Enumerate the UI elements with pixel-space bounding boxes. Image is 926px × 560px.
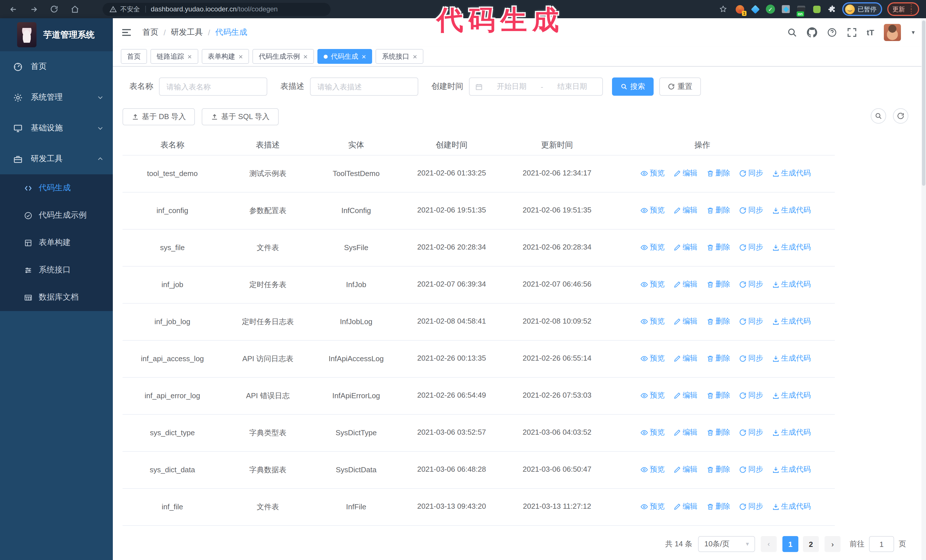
- user-avatar[interactable]: [884, 24, 901, 41]
- table-name-input[interactable]: [159, 77, 267, 96]
- tab-code-generation[interactable]: 代码生成×: [318, 49, 372, 64]
- sidebar-item-system-api[interactable]: 系统接口: [0, 257, 113, 284]
- bookmark-star-icon[interactable]: [717, 3, 729, 15]
- preview-action[interactable]: 预览: [641, 391, 665, 401]
- tab-tracing[interactable]: 链路追踪×: [150, 49, 198, 64]
- avatar-caret-icon[interactable]: ▼: [911, 30, 916, 35]
- tab-system-api[interactable]: 系统接口×: [376, 49, 424, 64]
- goto-page-input[interactable]: [869, 536, 894, 552]
- breadcrumb-dev-tools[interactable]: 研发工具: [171, 27, 203, 38]
- home-icon[interactable]: [68, 3, 81, 15]
- preview-action[interactable]: 预览: [641, 465, 665, 475]
- tab-close-icon[interactable]: ×: [303, 53, 307, 60]
- page-button-1[interactable]: 1: [782, 536, 798, 552]
- delete-action[interactable]: 删除: [706, 168, 730, 179]
- generate-code-action[interactable]: 生成代码: [772, 353, 811, 364]
- tab-close-icon[interactable]: ×: [413, 53, 417, 60]
- sync-action[interactable]: 同步: [739, 353, 763, 364]
- preview-action[interactable]: 预览: [641, 242, 665, 253]
- edit-action[interactable]: 编辑: [673, 205, 698, 216]
- search-button[interactable]: 搜索: [612, 77, 654, 96]
- delete-action[interactable]: 删除: [706, 391, 730, 401]
- sidebar-item-home[interactable]: 首页: [0, 51, 113, 82]
- generate-code-action[interactable]: 生成代码: [772, 279, 811, 290]
- generate-code-action[interactable]: 生成代码: [772, 427, 811, 438]
- edit-action[interactable]: 编辑: [673, 353, 698, 364]
- page-scrollbar[interactable]: [921, 18, 926, 560]
- extensions-puzzle-icon[interactable]: [827, 4, 837, 14]
- tab-codegen-example[interactable]: 代码生成示例×: [253, 49, 314, 64]
- sync-action[interactable]: 同步: [739, 279, 763, 290]
- import-db-button[interactable]: 基于 DB 导入: [123, 108, 195, 125]
- delete-action[interactable]: 删除: [706, 279, 730, 290]
- extension-icon-orange[interactable]: 1: [735, 4, 745, 14]
- delete-action[interactable]: 删除: [706, 242, 730, 253]
- preview-action[interactable]: 预览: [641, 168, 665, 179]
- delete-action[interactable]: 删除: [706, 502, 730, 512]
- next-page-button[interactable]: ›: [825, 536, 841, 552]
- sidebar-item-dev-tools[interactable]: 研发工具: [0, 143, 113, 174]
- delete-action[interactable]: 删除: [706, 205, 730, 216]
- sidebar-item-system[interactable]: 系统管理: [0, 82, 113, 113]
- prev-page-button[interactable]: ‹: [761, 536, 777, 552]
- collapse-sidebar-icon[interactable]: [121, 27, 132, 38]
- generate-code-action[interactable]: 生成代码: [772, 242, 811, 253]
- sidebar-item-infrastructure[interactable]: 基础设施: [0, 113, 113, 143]
- sync-action[interactable]: 同步: [739, 427, 763, 438]
- profile-paused-badge[interactable]: 已暂停: [842, 2, 882, 16]
- delete-action[interactable]: 删除: [706, 465, 730, 475]
- browser-menu-icon[interactable]: ⋮⋮: [908, 5, 914, 14]
- generate-code-action[interactable]: 生成代码: [772, 205, 811, 216]
- preview-action[interactable]: 预览: [641, 353, 665, 364]
- page-button-2[interactable]: 2: [803, 536, 819, 552]
- date-range-picker[interactable]: 开始日期 - 结束日期: [469, 77, 603, 96]
- extension-icon-grid[interactable]: [781, 4, 791, 14]
- preview-action[interactable]: 预览: [641, 427, 665, 438]
- extension-icon-tabs[interactable]: on: [796, 4, 806, 14]
- preview-action[interactable]: 预览: [641, 317, 665, 327]
- sync-action[interactable]: 同步: [739, 502, 763, 512]
- sidebar-item-database-doc[interactable]: 数据库文档: [0, 284, 113, 311]
- breadcrumb-home[interactable]: 首页: [142, 27, 159, 38]
- generate-code-action[interactable]: 生成代码: [772, 465, 811, 475]
- extension-icon-gem[interactable]: [750, 4, 760, 14]
- preview-action[interactable]: 预览: [641, 205, 665, 216]
- extension-icon-green-check[interactable]: ✓: [765, 4, 776, 14]
- tab-close-icon[interactable]: ×: [188, 53, 192, 60]
- delete-action[interactable]: 删除: [706, 427, 730, 438]
- import-sql-button[interactable]: 基于 SQL 导入: [202, 108, 279, 125]
- address-bar[interactable]: 不安全 dashboard.yudao.iocoder.cn/tool/code…: [103, 3, 330, 16]
- delete-action[interactable]: 删除: [706, 317, 730, 327]
- back-icon[interactable]: [7, 3, 20, 15]
- reload-icon[interactable]: [48, 3, 61, 15]
- sync-action[interactable]: 同步: [739, 465, 763, 475]
- edit-action[interactable]: 编辑: [673, 502, 698, 512]
- github-icon[interactable]: [807, 27, 817, 38]
- scrollbar-thumb[interactable]: [922, 21, 925, 186]
- table-desc-input[interactable]: [310, 77, 418, 96]
- generate-code-action[interactable]: 生成代码: [772, 168, 811, 179]
- tab-close-icon[interactable]: ×: [362, 53, 366, 60]
- sync-action[interactable]: 同步: [739, 317, 763, 327]
- sync-action[interactable]: 同步: [739, 168, 763, 179]
- search-icon[interactable]: [787, 27, 797, 38]
- sync-action[interactable]: 同步: [739, 391, 763, 401]
- sync-action[interactable]: 同步: [739, 242, 763, 253]
- forward-icon[interactable]: [27, 3, 40, 15]
- page-size-select[interactable]: 10条/页 ▼: [698, 536, 755, 552]
- edit-action[interactable]: 编辑: [673, 168, 698, 179]
- show-search-icon-button[interactable]: [871, 108, 886, 124]
- sync-action[interactable]: 同步: [739, 205, 763, 216]
- fullscreen-icon[interactable]: [847, 27, 857, 38]
- edit-action[interactable]: 编辑: [673, 427, 698, 438]
- sidebar-item-form-builder[interactable]: 表单构建: [0, 229, 113, 257]
- edit-action[interactable]: 编辑: [673, 317, 698, 327]
- help-icon[interactable]: [827, 27, 837, 38]
- tab-form-builder[interactable]: 表单构建×: [201, 49, 249, 64]
- sidebar-item-codegen-example[interactable]: 代码生成示例: [0, 202, 113, 229]
- generate-code-action[interactable]: 生成代码: [772, 391, 811, 401]
- browser-update-button[interactable]: 更新⋮⋮: [887, 2, 919, 16]
- refresh-table-icon-button[interactable]: [893, 108, 908, 124]
- generate-code-action[interactable]: 生成代码: [772, 317, 811, 327]
- edit-action[interactable]: 编辑: [673, 279, 698, 290]
